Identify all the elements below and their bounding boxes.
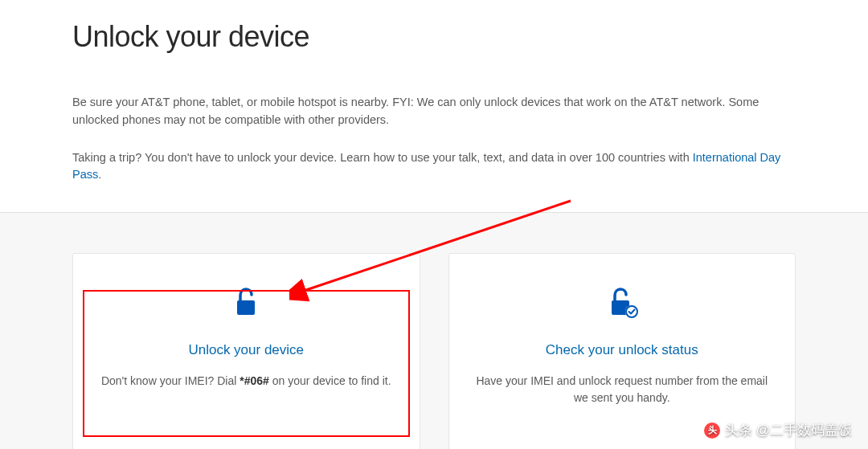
- status-card-title: Check your unlock status: [546, 342, 698, 358]
- trip-text-suffix: .: [98, 168, 101, 181]
- header-section: Unlock your device Be sure your AT&T pho…: [0, 0, 868, 208]
- svg-rect-0: [237, 300, 255, 315]
- watermark-text: 头条 @二手数码盖饭: [725, 421, 852, 439]
- status-card-description: Have your IMEI and unlock request number…: [473, 373, 772, 406]
- unlock-desc-suffix: on your device to find it.: [269, 374, 391, 387]
- trip-text: Taking a trip? You don't have to unlock …: [72, 149, 796, 185]
- unlock-icon: [229, 286, 263, 320]
- check-status-card[interactable]: Check your unlock status Have your IMEI …: [448, 253, 796, 449]
- unlock-desc-prefix: Don't know your IMEI? Dial: [101, 374, 240, 387]
- watermark-logo-icon: 头: [704, 422, 720, 439]
- unlock-card-description: Don't know your IMEI? Dial *#06# on your…: [101, 373, 391, 390]
- imei-dial-code: *#06#: [240, 374, 269, 387]
- page-title: Unlock your device: [72, 20, 796, 54]
- trip-text-prefix: Taking a trip? You don't have to unlock …: [72, 151, 693, 164]
- unlock-check-icon: [604, 286, 641, 320]
- unlock-card-title: Unlock your device: [188, 342, 304, 358]
- unlock-device-card[interactable]: Unlock your device Don't know your IMEI?…: [72, 253, 420, 449]
- intro-text: Be sure your AT&T phone, tablet, or mobi…: [72, 94, 796, 129]
- cards-section: Unlock your device Don't know your IMEI?…: [0, 213, 868, 449]
- watermark: 头 头条 @二手数码盖饭: [704, 421, 852, 439]
